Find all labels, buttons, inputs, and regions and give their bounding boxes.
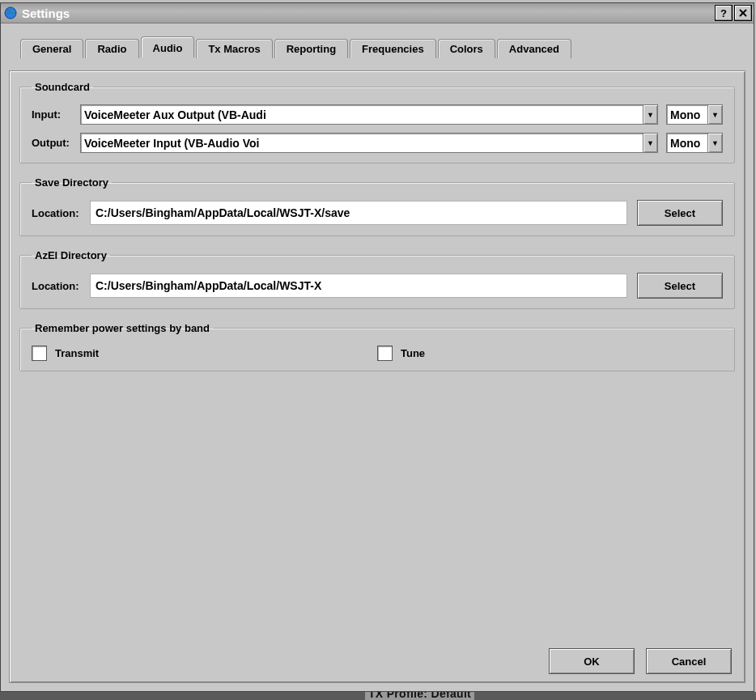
group-remember-power: Remember power settings by band Transmit… (19, 322, 735, 371)
input-channel-value: Mono (670, 108, 707, 121)
tab-tx-macros[interactable]: Tx Macros (196, 39, 272, 58)
tune-check-item: Tune (377, 346, 723, 361)
help-button[interactable]: ? (715, 5, 733, 21)
window-title: Settings (22, 6, 70, 20)
tab-audio[interactable]: Audio (141, 36, 195, 57)
chevron-down-icon: ▼ (643, 105, 657, 124)
app-globe-icon (4, 6, 17, 19)
tune-checkbox-label: Tune (401, 347, 425, 359)
output-device-value: VoiceMeeter Input (VB-Audio Voi (84, 137, 643, 150)
chevron-down-icon: ▼ (707, 134, 722, 152)
group-azel-directory: AzEl Directory Location: C:/Users/Bingha… (19, 249, 735, 309)
output-channel-value: Mono (670, 137, 707, 150)
page-audio: Soundcard Input: VoiceMeeter Aux Output … (9, 70, 745, 683)
tab-colors[interactable]: Colors (438, 39, 495, 58)
group-remember-power-legend: Remember power settings by band (32, 322, 213, 334)
group-soundcard: Soundcard Input: VoiceMeeter Aux Output … (19, 81, 735, 163)
ok-button[interactable]: OK (549, 648, 635, 674)
input-label: Input: (32, 108, 80, 121)
chevron-down-icon: ▼ (643, 134, 657, 152)
group-soundcard-legend: Soundcard (32, 81, 93, 93)
close-icon (739, 9, 747, 17)
output-label: Output: (32, 137, 80, 149)
save-select-button[interactable]: Select (637, 200, 723, 226)
client-area: General Radio Audio Tx Macros Reporting … (1, 23, 754, 691)
transmit-checkbox[interactable] (32, 346, 47, 361)
save-location-label: Location: (32, 207, 90, 219)
tab-radio[interactable]: Radio (85, 39, 138, 58)
chevron-down-icon: ▼ (707, 105, 722, 124)
tab-row: General Radio Audio Tx Macros Reporting … (1, 23, 754, 70)
output-channel-select[interactable]: Mono ▼ (666, 133, 723, 153)
input-channel-select[interactable]: Mono ▼ (666, 104, 723, 125)
transmit-checkbox-label: Transmit (55, 347, 99, 359)
tab-frequencies[interactable]: Frequencies (350, 39, 436, 58)
azel-location-label: Location: (32, 280, 90, 292)
transmit-check-item: Transmit (32, 346, 377, 361)
group-save-directory: Save Directory Location: C:/Users/Bingha… (19, 176, 735, 236)
output-device-select[interactable]: VoiceMeeter Input (VB-Audio Voi ▼ (80, 133, 658, 153)
titlebar: Settings ? (1, 3, 754, 23)
input-device-value: VoiceMeeter Aux Output (VB-Audi (84, 108, 643, 121)
tab-general[interactable]: General (20, 39, 83, 58)
tab-advanced[interactable]: Advanced (497, 39, 571, 58)
save-location-value: C:/Users/Bingham/AppData/Local/WSJT-X/sa… (90, 201, 627, 225)
azel-select-button[interactable]: Select (637, 273, 723, 299)
group-save-directory-legend: Save Directory (32, 176, 112, 189)
tune-checkbox[interactable] (377, 346, 393, 361)
input-device-select[interactable]: VoiceMeeter Aux Output (VB-Audi ▼ (80, 104, 658, 125)
cancel-button[interactable]: Cancel (646, 648, 732, 674)
azel-location-value: C:/Users/Bingham/AppData/Local/WSJT-X (90, 274, 627, 298)
group-azel-directory-legend: AzEl Directory (32, 249, 110, 261)
close-button[interactable] (734, 5, 752, 21)
tab-reporting[interactable]: Reporting (274, 39, 348, 58)
dialog-button-row: OK Cancel (19, 648, 735, 674)
settings-window: Settings ? General Radio Audio Tx Macros… (0, 2, 754, 692)
